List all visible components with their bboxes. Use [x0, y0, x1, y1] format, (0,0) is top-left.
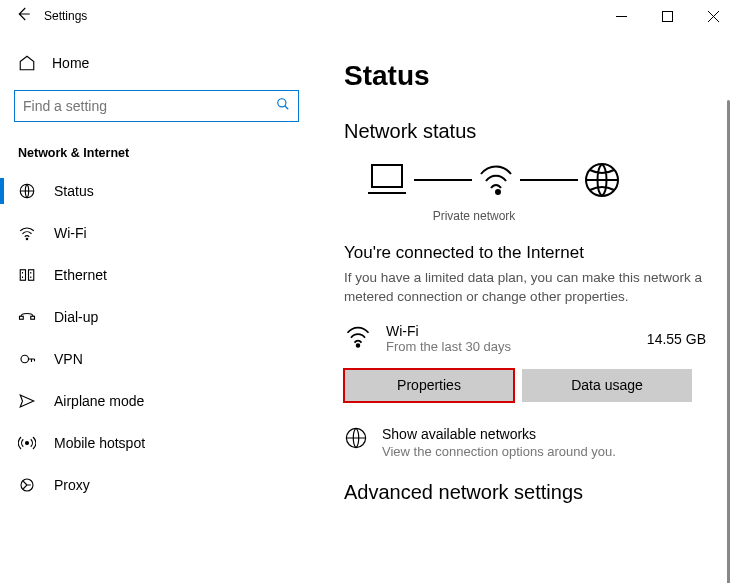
svg-rect-4: [20, 270, 25, 281]
close-button[interactable]: [690, 0, 736, 32]
svg-point-3: [26, 238, 28, 240]
wifi-amount: 14.55 GB: [647, 331, 706, 347]
svg-rect-5: [29, 270, 34, 281]
sidebar-item-dialup[interactable]: Dial-up: [0, 296, 310, 338]
svg-rect-7: [31, 316, 35, 319]
home-link[interactable]: Home: [0, 46, 310, 80]
svg-point-9: [26, 442, 29, 445]
wifi-usage-row: Wi-Fi From the last 30 days 14.55 GB: [344, 323, 736, 355]
search-input[interactable]: [14, 90, 299, 122]
sidebar-item-label: Ethernet: [54, 267, 107, 283]
svg-point-8: [21, 355, 29, 363]
search-icon: [276, 97, 290, 115]
svg-rect-6: [20, 316, 24, 319]
svg-rect-0: [662, 11, 672, 21]
dialup-icon: [18, 308, 36, 326]
sidebar-item-label: Status: [54, 183, 94, 199]
category-title: Network & Internet: [18, 146, 310, 160]
advanced-title: Advanced network settings: [344, 481, 736, 504]
status-icon: [18, 182, 36, 200]
ethernet-icon: [18, 266, 36, 284]
minimize-button[interactable]: [598, 0, 644, 32]
sidebar-item-wifi[interactable]: Wi-Fi: [0, 212, 310, 254]
globe-icon: [582, 160, 622, 200]
sidebar-item-label: Dial-up: [54, 309, 98, 325]
maximize-button[interactable]: [644, 0, 690, 32]
svg-point-1: [278, 99, 286, 107]
airplane-icon: [18, 392, 36, 410]
connected-desc: If you have a limited data plan, you can…: [344, 269, 714, 307]
window-title: Settings: [44, 9, 87, 23]
proxy-icon: [18, 476, 36, 494]
connected-title: You're connected to the Internet: [344, 243, 736, 263]
sidebar-item-airplane[interactable]: Airplane mode: [0, 380, 310, 422]
properties-button[interactable]: Properties: [344, 369, 514, 402]
wifi-signal-icon: [476, 160, 516, 200]
wifi-icon: [344, 323, 372, 355]
sidebar-item-label: Proxy: [54, 477, 90, 493]
content-area: Status Network status Private network Yo…: [310, 32, 736, 583]
titlebar: Settings: [0, 0, 736, 32]
diagram-caption: Private network: [344, 209, 604, 223]
back-button[interactable]: [14, 5, 32, 27]
vpn-icon: [18, 350, 36, 368]
svg-point-14: [357, 344, 360, 347]
data-usage-button[interactable]: Data usage: [522, 369, 692, 402]
sidebar-item-label: Wi-Fi: [54, 225, 87, 241]
sidebar-item-vpn[interactable]: VPN: [0, 338, 310, 380]
globe-icon: [344, 426, 368, 459]
svg-point-12: [496, 190, 500, 194]
sidebar: Home Network & Internet Status Wi-Fi Eth…: [0, 32, 310, 583]
sidebar-item-label: Mobile hotspot: [54, 435, 145, 451]
wifi-sublabel: From the last 30 days: [386, 339, 511, 354]
page-title: Status: [344, 60, 736, 92]
sidebar-item-hotspot[interactable]: Mobile hotspot: [0, 422, 310, 464]
home-icon: [18, 54, 36, 72]
network-diagram: [364, 159, 736, 201]
home-label: Home: [52, 55, 89, 71]
section-title: Network status: [344, 120, 736, 143]
hotspot-icon: [18, 434, 36, 452]
sidebar-item-ethernet[interactable]: Ethernet: [0, 254, 310, 296]
scrollbar[interactable]: [727, 100, 730, 583]
sidebar-item-proxy[interactable]: Proxy: [0, 464, 310, 506]
available-sub: View the connection options around you.: [382, 444, 616, 459]
wifi-icon: [18, 224, 36, 242]
sidebar-item-label: VPN: [54, 351, 83, 367]
available-title: Show available networks: [382, 426, 616, 442]
svg-rect-11: [372, 165, 402, 187]
show-available-networks[interactable]: Show available networks View the connect…: [344, 426, 736, 459]
laptop-icon: [364, 159, 410, 201]
wifi-label: Wi-Fi: [386, 323, 511, 339]
sidebar-item-label: Airplane mode: [54, 393, 144, 409]
sidebar-item-status[interactable]: Status: [0, 170, 310, 212]
